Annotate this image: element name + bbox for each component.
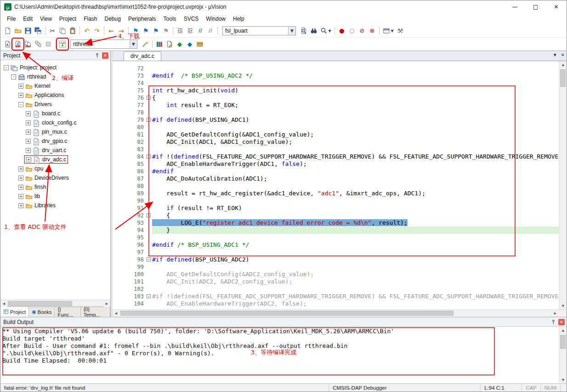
manage-rte-button[interactable]: ◆ [175,39,185,49]
line-number[interactable]: 73 [113,72,147,80]
code-line-104[interactable]: 104 ADC_EnableHardwareTrigger(ADC2, fals… [113,300,559,307]
menu-svcs[interactable]: SVCS [180,14,203,23]
line-number[interactable]: 95 [113,234,147,241]
expand-icon[interactable]: + [18,194,23,199]
menu-file[interactable]: File [3,14,19,23]
menu-view[interactable]: View [36,14,56,23]
project-panel-close-button[interactable]: ✕ [102,52,108,59]
fold-collapse-icon[interactable]: - [147,118,151,122]
open-file-button[interactable] [13,26,23,36]
search-scope-button[interactable]: ▼ [319,26,333,36]
save-button[interactable] [23,26,33,36]
editor-hscrollbar[interactable]: ◀ ▶ [113,309,567,317]
code-line-78[interactable]: 78 [113,109,559,116]
line-number[interactable]: 75 [113,87,147,94]
find-in-files-button[interactable] [299,26,309,36]
code-editor[interactable]: 7273#endif /* BSP_USING_ADC2 */7475int r… [113,61,567,309]
menu-window[interactable]: Window [202,14,229,23]
build-output-line[interactable]: After Build - User command #1: fromelf -… [2,342,557,350]
rebuild-button[interactable] [23,39,33,49]
line-number[interactable]: 103 [113,293,147,300]
code-line-75[interactable]: 75int rt_hw_adc_init(void) [113,87,559,94]
line-number[interactable]: 81 [113,131,147,138]
build-output-content[interactable]: ** Using Compiler 'V5.06 update 6 (build… [0,327,567,383]
line-number[interactable]: 74 [113,80,147,87]
maximize-button[interactable]: □ [525,0,546,13]
scroll-down-icon[interactable]: ▼ [560,302,567,309]
line-number[interactable]: 91 [113,205,147,212]
tab-drv-adc[interactable]: drv_adc.c [124,51,161,61]
paste-button[interactable] [68,26,78,36]
build-output-line[interactable]: Build Time Elapsed: 00:00:01 [2,357,557,364]
menu-debug[interactable]: Debug [101,14,125,23]
tree-item-lib[interactable]: +lib [0,192,110,201]
scroll-thumb[interactable] [560,69,566,87]
build-output-vscrollbar[interactable]: ▲ ▼ [559,327,567,383]
tab-close-button[interactable]: ✕ [561,52,565,57]
build-output-close-button[interactable]: ✕ [558,319,565,325]
line-number[interactable]: 76 [113,94,147,102]
uncomment-button[interactable]: // [205,26,215,36]
pin-icon[interactable] [550,319,556,325]
editor-vscrollbar[interactable]: ▲ ▼ [559,61,567,309]
toggle-breakpoint-button[interactable]: ● [337,26,347,36]
panel-tab-0-temp[interactable]: {0} Temp... [81,307,110,317]
tree-item-drivers[interactable]: -Drivers [0,100,110,109]
tree-item-drv-gpio-c[interactable]: +drv_gpio.c [0,136,110,146]
tree-item-drv-adc-c[interactable]: +drv_adc.c [0,155,110,164]
outdent-button[interactable] [175,26,185,36]
project-hscrollbar[interactable]: ◀ ▶ [0,300,110,307]
chevron-down-icon[interactable]: ▼ [130,40,137,48]
line-number[interactable]: 85 [113,160,147,168]
panel-tab-books[interactable]: ◉Books [29,307,55,317]
scroll-up-icon[interactable]: ▲ [560,327,567,334]
line-number[interactable]: 96 [113,241,147,249]
line-number[interactable]: 88 [113,182,147,190]
tree-item-cpu[interactable]: +cpu [0,164,110,173]
disable-all-breakpoints-button[interactable]: ⊘ [357,26,367,36]
line-number[interactable]: 79 [113,116,147,124]
prev-bookmark-button[interactable]: ⚑ [141,26,151,36]
tree-item-rtthread[interactable]: -rtthread [0,72,110,81]
code-line-90[interactable]: 90 [113,197,559,205]
code-line-76[interactable]: 76-{ [113,94,559,102]
panel-tab-project[interactable]: Project [0,307,29,317]
batch-build-button[interactable] [33,39,43,49]
clear-bookmarks-button[interactable]: ⚑ [161,26,171,36]
line-number[interactable]: 104 [113,300,147,307]
line-number[interactable]: 89 [113,190,147,197]
line-number[interactable]: 82 [113,138,147,146]
pack-installer-button[interactable] [195,39,205,49]
tree-item-pin-mux-c[interactable]: +pin_mux.c [0,127,110,136]
next-bookmark-button[interactable]: ⚑ [151,26,161,36]
options-for-target-button[interactable] [140,39,150,49]
scroll-thumb[interactable] [560,335,566,349]
scroll-thumb[interactable] [120,311,454,316]
navigate-forward-button[interactable]: → [116,26,126,36]
code-line-80[interactable]: 80 [113,124,559,131]
line-number[interactable]: 83 [113,146,147,153]
menu-help[interactable]: Help [229,14,248,23]
stop-build-button[interactable] [43,39,53,49]
line-number[interactable]: 100 [113,271,147,278]
tree-item-clock-config-c[interactable]: +clock_config.c [0,118,110,127]
line-number[interactable]: 78 [113,109,147,116]
comment-button[interactable]: // [195,26,205,36]
indent-button[interactable] [185,26,195,36]
expand-icon[interactable]: + [26,130,31,135]
code-line-91[interactable]: 91 if (result != RT_EOK) [113,205,559,212]
cut-button[interactable]: ✂ [47,26,57,36]
expand-icon[interactable]: + [26,111,31,116]
scroll-thumb[interactable] [8,301,72,306]
build-button[interactable] [13,39,23,49]
expand-icon[interactable]: + [18,93,23,98]
panel-tab-func[interactable]: {} Func... [55,307,80,317]
line-number[interactable]: 92 [113,212,147,219]
code-line-84[interactable]: 84-#if !(defined(FSL_FEATURE_ADC_SUPPORT… [113,153,559,160]
line-number[interactable]: 99 [113,263,147,271]
code-line-72[interactable]: 72 [113,65,559,72]
fold-collapse-icon[interactable]: - [147,213,151,217]
navigate-back-button[interactable]: ← [106,26,116,36]
line-number[interactable]: 97 [113,249,147,256]
tree-item-board-c[interactable]: +board.c [0,109,110,118]
